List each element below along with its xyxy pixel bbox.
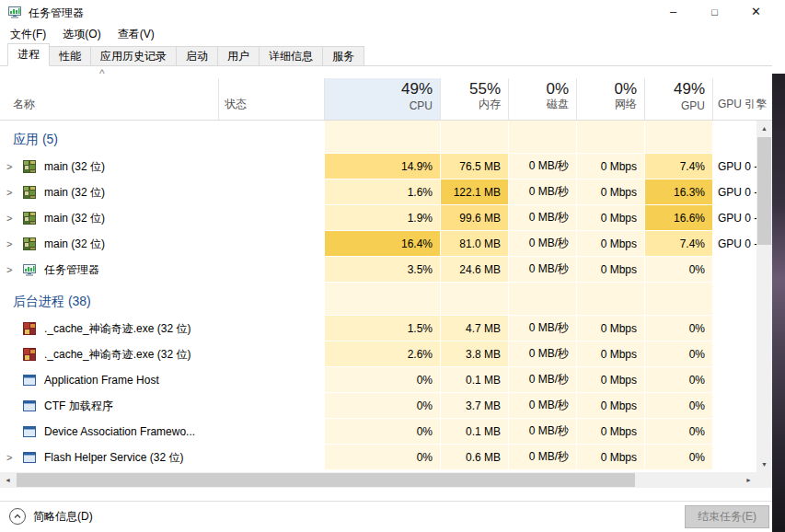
- expand-chevron-icon[interactable]: >: [6, 187, 22, 198]
- close-button[interactable]: ✕: [735, 0, 777, 24]
- menu-options[interactable]: 选项(O): [54, 24, 109, 44]
- status-cell: [218, 367, 324, 393]
- cell-disk: 0 MB/秒: [508, 367, 576, 393]
- scroll-left-icon[interactable]: ◄: [0, 472, 16, 488]
- column-header-memory[interactable]: 55% 内存: [440, 78, 508, 120]
- expand-chevron-icon[interactable]: >: [6, 161, 22, 172]
- game-icon: [22, 211, 37, 226]
- cell-gpu-engine: GPU 0 -: [712, 231, 756, 257]
- status-cell: [218, 316, 324, 341]
- cell-cpu: 0%: [324, 367, 440, 393]
- cell-gpu: 0%: [644, 445, 712, 470]
- cell-mem: 76.5 MB: [440, 154, 508, 179]
- process-row[interactable]: >main (32 位)1.6%122.1 MB0 MB/秒0 Mbps16.3…: [0, 179, 756, 205]
- tab-app-history[interactable]: 应用历史记录: [90, 46, 177, 66]
- cell-gpu-engine: GPU 0 -: [712, 205, 756, 231]
- game-icon: [22, 237, 37, 251]
- cell-net: 0 Mbps: [576, 367, 644, 393]
- gpu-total-percent: 49%: [645, 80, 705, 98]
- name-cell: ._cache_神谕奇迹.exe (32 位): [0, 341, 218, 367]
- process-row[interactable]: Application Frame Host0%0.1 MB0 MB/秒0 Mb…: [0, 367, 756, 393]
- minimize-button[interactable]: –: [652, 0, 694, 24]
- cell-mem: 0.6 MB: [440, 445, 508, 470]
- cell-cpu: 0%: [324, 445, 440, 470]
- expand-chevron-icon[interactable]: >: [6, 452, 22, 463]
- process-row[interactable]: CTF 加载程序0%3.7 MB0 MB/秒0 Mbps0%: [0, 393, 756, 419]
- process-row[interactable]: ._cache_神谕奇迹.exe (32 位)1.5%4.7 MB0 MB/秒0…: [0, 316, 756, 341]
- window-controls: – □ ✕: [652, 0, 777, 24]
- cell-disk: 0 MB/秒: [508, 179, 576, 205]
- cell-cpu: 16.4%: [324, 231, 440, 257]
- process-row[interactable]: >main (32 位)14.9%76.5 MB0 MB/秒0 Mbps7.4%…: [0, 154, 756, 179]
- status-cell: [218, 419, 324, 445]
- menu-view[interactable]: 查看(V): [110, 24, 163, 44]
- cell-net: 0 Mbps: [576, 205, 644, 231]
- desktop-background: [772, 74, 785, 532]
- cell-net: [576, 283, 644, 316]
- tab-performance[interactable]: 性能: [49, 46, 91, 66]
- cell-gpu: [644, 283, 712, 316]
- horizontal-scrollbar[interactable]: ◄ ►: [0, 472, 756, 488]
- cell-mem: 4.7 MB: [440, 316, 508, 341]
- cell-disk: 0 MB/秒: [508, 154, 576, 179]
- fewer-details-toggle[interactable]: 简略信息(D): [9, 508, 93, 525]
- expand-chevron-icon[interactable]: >: [6, 264, 22, 275]
- memory-column-label: 内存: [479, 97, 501, 112]
- cell-disk: 0 MB/秒: [508, 257, 576, 283]
- maximize-button[interactable]: □: [694, 0, 735, 24]
- scroll-right-icon[interactable]: ►: [741, 472, 756, 488]
- footer-bar: 简略信息(D) 结束任务(E): [0, 502, 772, 532]
- column-header-disk[interactable]: 0% 磁盘: [508, 78, 576, 120]
- process-row[interactable]: >main (32 位)1.9%99.6 MB0 MB/秒0 Mbps16.6%…: [0, 205, 756, 231]
- name-cell: 后台进程 (38): [0, 283, 218, 316]
- menu-file[interactable]: 文件(F): [2, 24, 54, 44]
- process-row[interactable]: >Flash Helper Service (32 位)0%0.6 MB0 MB…: [0, 445, 756, 470]
- tab-startup[interactable]: 启动: [176, 46, 218, 66]
- tab-details[interactable]: 详细信息: [259, 46, 323, 66]
- process-row[interactable]: >任务管理器3.5%24.6 MB0 MB/秒0 Mbps0%: [0, 257, 756, 283]
- name-cell: >Flash Helper Service (32 位): [0, 445, 218, 470]
- cell-net: 0 Mbps: [576, 154, 644, 179]
- column-header-name[interactable]: 名称: [13, 97, 35, 112]
- cell-disk: [508, 283, 576, 316]
- process-row[interactable]: ._cache_神谕奇迹.exe (32 位)2.6%3.8 MB0 MB/秒0…: [0, 341, 756, 367]
- group-header-row[interactable]: 应用 (5): [0, 121, 756, 154]
- column-header-status[interactable]: 状态: [225, 97, 247, 112]
- process-name: main (32 位): [44, 185, 105, 201]
- column-header-cpu[interactable]: 49% CPU: [324, 78, 440, 120]
- status-cell: [218, 205, 324, 231]
- tab-users[interactable]: 用户: [217, 46, 260, 66]
- process-row[interactable]: >main (32 位)16.4%81.0 MB0 MB/秒0 Mbps7.4%…: [0, 231, 756, 257]
- end-task-button[interactable]: 结束任务(E): [685, 505, 769, 528]
- expand-chevron-icon[interactable]: >: [6, 238, 22, 249]
- cell-gpu: 0%: [644, 341, 712, 367]
- scroll-down-icon[interactable]: ▼: [756, 457, 772, 472]
- name-cell: Device Association Framewo...: [0, 419, 218, 445]
- column-header-network[interactable]: 0% 网络: [576, 78, 644, 120]
- scroll-up-icon[interactable]: ▲: [756, 121, 772, 136]
- group-header-row[interactable]: 后台进程 (38): [0, 283, 756, 316]
- group-label: 应用 (5): [13, 132, 58, 148]
- cell-net: 0 Mbps: [576, 393, 644, 419]
- vertical-scrollbar[interactable]: ▲ ▼: [756, 121, 772, 472]
- tab-processes[interactable]: 进程: [7, 43, 50, 66]
- horizontal-scrollbar-thumb[interactable]: [17, 473, 635, 487]
- process-name: 任务管理器: [44, 262, 99, 278]
- process-name: ._cache_神谕奇迹.exe (32 位): [44, 347, 190, 363]
- titlebar: 任务管理器 – □ ✕: [0, 0, 785, 24]
- process-row[interactable]: Device Association Framewo...0%0.1 MB0 M…: [0, 419, 756, 445]
- expand-chevron-icon[interactable]: >: [6, 213, 22, 224]
- vertical-scrollbar-thumb[interactable]: [757, 137, 771, 245]
- cell-disk: 0 MB/秒: [508, 316, 576, 341]
- cell-gpu: 0%: [644, 419, 712, 445]
- tab-services[interactable]: 服务: [322, 46, 364, 66]
- status-cell: [218, 283, 324, 316]
- tab-bar: 进程 性能 应用历史记录 启动 用户 详细信息 服务: [0, 44, 772, 66]
- column-header-gpu-engine[interactable]: GPU 引擎: [712, 78, 772, 120]
- cell-net: 0 Mbps: [576, 445, 644, 470]
- column-header-gpu[interactable]: 49% GPU: [644, 78, 712, 120]
- cell-net: 0 Mbps: [576, 316, 644, 341]
- cell-gpu-engine: [712, 393, 756, 419]
- cell-net: [576, 121, 644, 154]
- cell-gpu-engine: [712, 257, 756, 283]
